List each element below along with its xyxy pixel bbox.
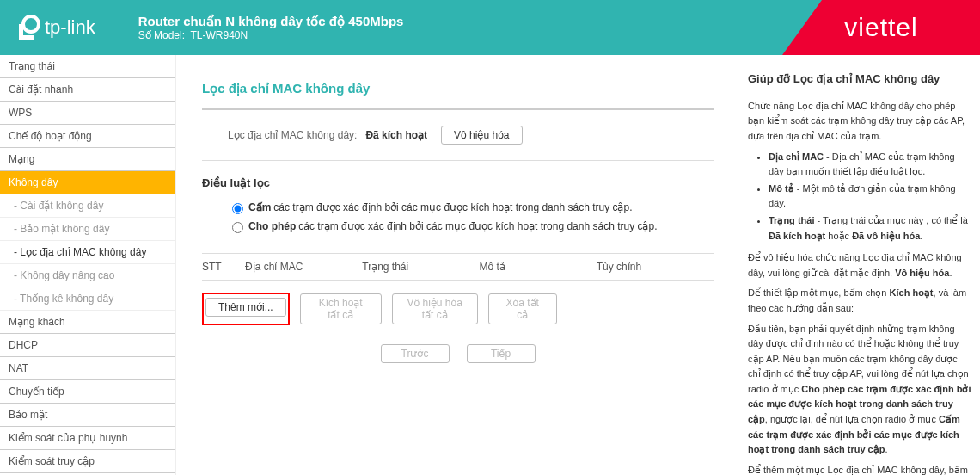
- highlight-add-new: Thêm mới...: [202, 293, 290, 325]
- radio-allow[interactable]: [232, 222, 243, 233]
- filter-status-value: Đã kích hoạt: [365, 129, 427, 141]
- help-panel: Giúp đỡ Lọc địa chỉ MAC không dây Chức n…: [739, 55, 980, 475]
- add-new-button[interactable]: Thêm mới...: [205, 298, 286, 317]
- sidebar-sub-mac-filter[interactable]: - Lọc địa chỉ MAC không dây: [0, 241, 175, 264]
- sidebar-item-security[interactable]: Bảo mật: [0, 404, 175, 427]
- filter-status-label: Lọc địa chỉ MAC không dây:: [228, 129, 357, 141]
- sidebar-item-access[interactable]: Kiểm soát truy cập: [0, 450, 175, 473]
- viettel-badge: viettel: [782, 0, 980, 55]
- sidebar-item-guest[interactable]: Mạng khách: [0, 311, 175, 334]
- col-edit: Tùy chỉnh: [597, 261, 714, 273]
- delete-all-button[interactable]: Xóa tất cả: [488, 293, 557, 324]
- col-stt: STT: [202, 261, 245, 273]
- product-info: Router chuẩn N không dây tốc độ 450Mbps …: [138, 14, 404, 41]
- sidebar-item-wireless[interactable]: Không dây: [0, 171, 175, 194]
- svg-rect-2: [19, 35, 34, 40]
- enable-all-button[interactable]: Kích hoạt tất cả: [300, 293, 382, 324]
- sidebar-item-network[interactable]: Mạng: [0, 148, 175, 171]
- sidebar-item-nat[interactable]: NAT: [0, 357, 175, 380]
- tp-link-logo: tp-link: [14, 14, 95, 41]
- sidebar-sub-wifi-settings[interactable]: - Cài đặt không dây: [0, 194, 175, 218]
- sidebar-sub-wifi-stats[interactable]: - Thống kê không dây: [0, 287, 175, 311]
- sidebar-sub-wifi-security[interactable]: - Bảo mật không dây: [0, 218, 175, 241]
- sidebar-item-opmode[interactable]: Chế độ hoạt động: [0, 125, 175, 148]
- sidebar-item-wps[interactable]: WPS: [0, 102, 175, 125]
- table-header: STT Địa chỉ MAC Trạng thái Mô tả Tùy chỉ…: [202, 253, 714, 281]
- next-button[interactable]: Tiếp: [467, 344, 536, 363]
- rules-title: Điều luật lọc: [202, 176, 714, 189]
- sidebar-item-status[interactable]: Trạng thái: [0, 55, 175, 78]
- svg-point-0: [23, 16, 39, 32]
- disable-all-button[interactable]: Vô hiệu hóa tất cả: [392, 293, 478, 324]
- product-title: Router chuẩn N không dây tốc độ 450Mbps: [138, 14, 404, 29]
- sidebar-item-forwarding[interactable]: Chuyển tiếp: [0, 380, 175, 404]
- col-mac: Địa chỉ MAC: [245, 261, 362, 273]
- prev-button[interactable]: Trước: [381, 344, 450, 363]
- sidebar-item-parental[interactable]: Kiểm soát của phụ huynh: [0, 427, 175, 450]
- radio-deny[interactable]: [232, 203, 243, 214]
- page-title: Lọc địa chỉ MAC không dây: [202, 81, 714, 110]
- col-desc: Mô tả: [480, 261, 597, 273]
- help-title: Giúp đỡ Lọc địa chỉ MAC không dây: [748, 71, 971, 89]
- sidebar-sub-wifi-advanced[interactable]: - Không dây nâng cao: [0, 264, 175, 287]
- logo-icon: [14, 14, 41, 41]
- col-status: Trạng thái: [362, 261, 479, 273]
- sidebar-item-quicksetup[interactable]: Cài đặt nhanh: [0, 78, 175, 102]
- disable-button[interactable]: Vô hiệu hóa: [441, 126, 522, 145]
- main-content: Lọc địa chỉ MAC không dây Lọc địa chỉ MA…: [176, 55, 739, 475]
- sidebar-item-dhcp[interactable]: DHCP: [0, 334, 175, 357]
- sidebar: Trạng thái Cài đặt nhanh WPS Chế độ hoạt…: [0, 55, 176, 475]
